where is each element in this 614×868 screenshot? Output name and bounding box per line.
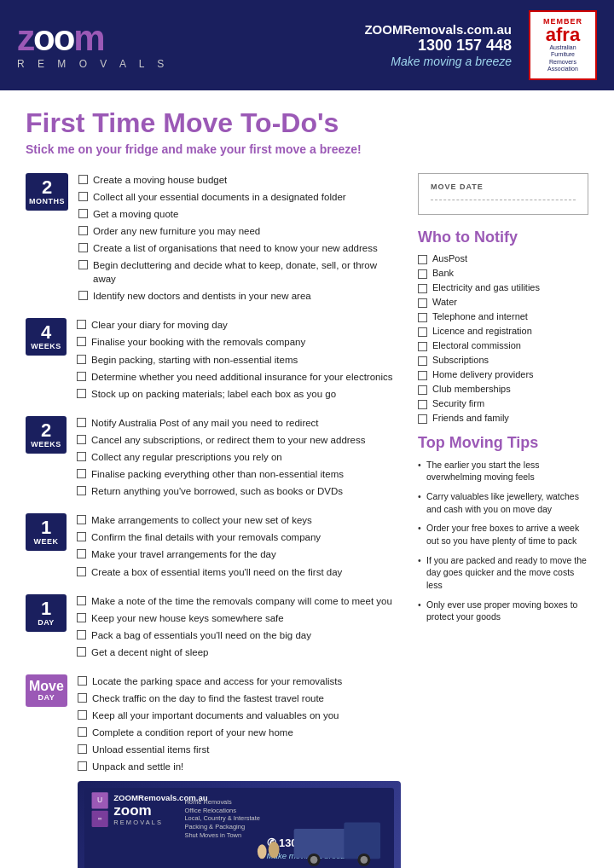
- checkbox[interactable]: [418, 371, 427, 380]
- checkbox[interactable]: [418, 255, 427, 264]
- checkbox[interactable]: [77, 389, 86, 398]
- moveday-content: Locate the parking space and access for …: [78, 674, 401, 868]
- checkbox[interactable]: [418, 385, 427, 395]
- timeline-num: Move: [29, 680, 64, 693]
- timeline-unit: MONTHS: [29, 197, 65, 205]
- list-item: AusPost: [418, 253, 588, 264]
- timeline-badge-2months: 2 MONTHS: [26, 173, 68, 211]
- checklist-4weeks: Clear your diary for moving day Finalise…: [77, 318, 393, 403]
- checkbox[interactable]: [418, 414, 427, 424]
- checkbox[interactable]: [78, 209, 88, 218]
- list-item: Complete a condition report of your new …: [78, 726, 401, 739]
- svg-point-22: [269, 842, 280, 858]
- svg-text:REMOVALS: REMOVALS: [113, 818, 163, 825]
- checkbox[interactable]: [78, 676, 87, 686]
- checkbox[interactable]: [418, 313, 427, 322]
- truck-svg: U ∞ ZOOMRemovals.com.au zoom REMOVALS Ho…: [84, 788, 394, 868]
- list-item: Club memberships: [418, 384, 588, 395]
- checkbox[interactable]: [418, 298, 427, 308]
- tips-section: Top Moving Tips The earlier you start th…: [418, 434, 588, 624]
- list-item: Begin decluttering and decide what to ke…: [78, 258, 401, 286]
- checkbox[interactable]: [78, 226, 88, 235]
- truck-ad: U ∞ ZOOMRemovals.com.au zoom REMOVALS Ho…: [78, 781, 401, 868]
- list-item: Finalise your booking with the removals …: [77, 335, 393, 349]
- timeline-num: 2: [29, 178, 65, 197]
- checkbox[interactable]: [78, 175, 88, 184]
- checkbox[interactable]: [77, 596, 86, 605]
- checkbox[interactable]: [77, 452, 86, 461]
- checkbox[interactable]: [418, 400, 427, 409]
- badge-afra-logo: afra: [537, 26, 588, 44]
- checkbox[interactable]: [78, 243, 88, 252]
- list-item: Collect all your essential documents in …: [78, 190, 401, 204]
- timeline-num: 1: [29, 518, 63, 537]
- svg-point-21: [258, 844, 267, 859]
- list-item: Electoral commission: [418, 340, 588, 351]
- header-tagline: Make moving a breeze: [186, 55, 512, 68]
- list-item: Keep all your important documents and va…: [78, 709, 401, 722]
- content-wrapper: 2 MONTHS Create a moving house budget Co…: [26, 173, 588, 868]
- timeline-unit: WEEK: [29, 537, 63, 546]
- checkbox[interactable]: [77, 486, 86, 495]
- list-item: Pack a bag of essentials you'll need on …: [77, 628, 392, 642]
- checkbox[interactable]: [78, 260, 88, 269]
- list-item: Order any new furniture you may need: [78, 224, 401, 238]
- main-content: First Time Move To-Do's Stick me on your…: [0, 90, 614, 868]
- list-item: Make your travel arrangements for the da…: [77, 547, 342, 561]
- checklist-2weeks: Notify Australia Post of any mail you ne…: [77, 416, 366, 501]
- checkbox[interactable]: [78, 192, 88, 201]
- list-item: Make arrangements to collect your new se…: [77, 513, 342, 527]
- checkbox[interactable]: [78, 761, 87, 771]
- checkbox[interactable]: [77, 418, 86, 427]
- checkbox[interactable]: [77, 549, 86, 558]
- list-item: Finalise packing everything other than n…: [77, 467, 366, 481]
- checkbox[interactable]: [78, 744, 87, 754]
- list-item: Cancel any subscriptions, or redirect th…: [77, 433, 366, 447]
- list-item: Create a moving house budget: [78, 173, 401, 187]
- afra-badge: MEMBER afra AustralianFurnitureRemoversA…: [529, 10, 597, 80]
- website-url: ZOOMRemovals.com.au: [186, 22, 512, 37]
- list-item: Collect any regular prescriptions you re…: [77, 450, 366, 464]
- timeline-badge-1week: 1 WEEK: [26, 513, 67, 551]
- list-item: Clear your diary for moving day: [77, 318, 393, 332]
- checkbox[interactable]: [77, 372, 86, 381]
- checkbox[interactable]: [77, 337, 86, 346]
- move-date-line: [431, 200, 576, 200]
- checkbox[interactable]: [418, 356, 427, 366]
- checkbox[interactable]: [77, 532, 86, 541]
- checkbox[interactable]: [77, 613, 86, 622]
- svg-point-18: [310, 856, 318, 864]
- timeline-unit: DAY: [29, 618, 63, 627]
- checkbox[interactable]: [77, 435, 86, 444]
- checkbox[interactable]: [78, 693, 87, 703]
- checkbox[interactable]: [77, 647, 86, 657]
- list-item: Create a box of essential items you'll n…: [77, 565, 342, 579]
- list-item: Electricity and gas utilities: [418, 282, 588, 293]
- list-item: Keep your new house keys somewhere safe: [77, 611, 392, 625]
- svg-text:Packing & Packaging: Packing & Packaging: [184, 823, 245, 830]
- list-item: Begin packing, starting with non-essenti…: [77, 353, 393, 367]
- timeline-unit: DAY: [29, 693, 64, 702]
- list-item: Confirm the final details with your remo…: [77, 530, 342, 544]
- checkbox[interactable]: [78, 291, 88, 300]
- checkbox[interactable]: [77, 567, 86, 576]
- list-item: Licence and registration: [418, 326, 588, 337]
- checkbox[interactable]: [77, 630, 86, 639]
- checkbox[interactable]: [77, 320, 86, 329]
- checkbox[interactable]: [77, 515, 86, 524]
- timeline-2weeks: 2 WEEKS Notify Australia Post of any mai…: [26, 416, 401, 501]
- checkbox[interactable]: [418, 342, 427, 351]
- checkbox[interactable]: [418, 269, 427, 279]
- checklist-2months: Create a moving house budget Collect all…: [78, 173, 401, 307]
- checkbox[interactable]: [418, 327, 427, 337]
- checkbox[interactable]: [77, 469, 86, 478]
- checkbox[interactable]: [77, 355, 86, 364]
- checkbox[interactable]: [78, 710, 87, 720]
- list-item: Locate the parking space and access for …: [78, 674, 401, 688]
- notify-section: Who to Notify AusPost Bank Electricity a…: [418, 229, 588, 424]
- checkbox[interactable]: [78, 727, 87, 737]
- timeline-num: 4: [29, 323, 63, 342]
- logo-section: zoom R E M O V A L S: [17, 20, 169, 70]
- checkbox[interactable]: [418, 284, 427, 293]
- list-item: Bank: [418, 268, 588, 279]
